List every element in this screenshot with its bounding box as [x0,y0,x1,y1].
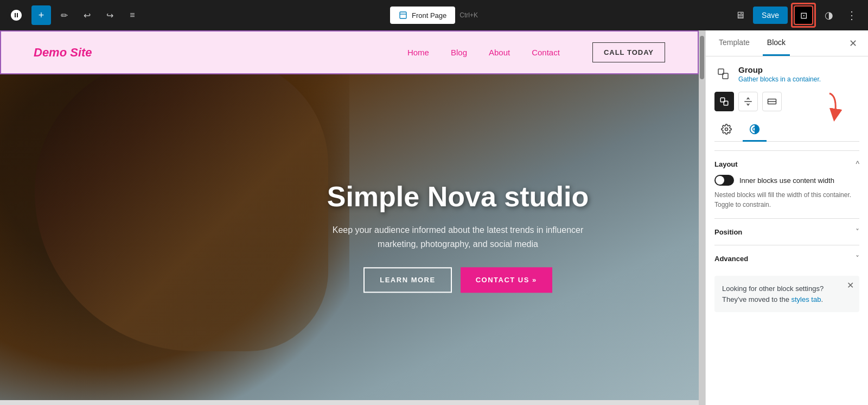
inner-blocks-toggle[interactable] [714,175,734,186]
scrollbar-thumb[interactable] [700,36,704,79]
front-page-button[interactable]: Front Page [390,7,455,24]
settings-tab-button[interactable] [714,118,738,142]
block-header: Group Gather blocks in a container. [714,65,859,83]
divider-1 [714,150,859,151]
site-nav: Home Blog About Contact [407,48,560,57]
settings-icon [721,124,732,135]
view-toggle-button[interactable]: ⊡ [794,5,813,25]
right-sidebar: Template Block ✕ Group Gather blocks in … [705,30,868,405]
toggle-row: Inner blocks use content width [714,175,859,186]
more-options-button[interactable]: ⋮ [842,5,861,25]
center-controls: Front Page Ctrl+K [390,7,478,24]
styles-icon [749,124,760,135]
list-view-button[interactable]: ≡ [123,5,142,25]
toggle-description: Nested blocks will fill the width of thi… [714,190,859,210]
website-preview: Demo Site Home Blog About Contact CALL T… [0,30,699,405]
site-header[interactable]: Demo Site Home Blog About Contact CALL T… [0,30,699,74]
tab-block[interactable]: Block [763,30,790,56]
block-description: Gather blocks in a container. [738,75,821,83]
nav-contact[interactable]: Contact [532,48,560,57]
wp-logo-button[interactable] [7,5,26,25]
group-style-icon [719,97,729,106]
front-page-label: Front Page [412,11,446,20]
advanced-chevron: ˅ [856,254,859,263]
hero-buttons: LEARN MORE CONTACT US » [322,268,593,293]
position-chevron: ˅ [856,227,859,236]
shortcut-label: Ctrl+K [459,11,478,19]
layout-section-header[interactable]: Layout ^ [714,153,859,175]
styles-tab-link[interactable]: styles tab [792,295,821,303]
toggle-label: Inner blocks use content width [739,176,834,185]
view-toggle-icon: ⊡ [800,10,807,21]
nav-blog[interactable]: Blog [451,48,467,57]
fullwidth-style-button[interactable] [762,92,782,111]
sidebar-content: Group Gather blocks in a container. [706,56,868,405]
block-icon [714,65,732,83]
learn-more-button[interactable]: LEARN MORE [363,268,451,293]
toolbar-right: 🖥 Save ⊡ ◑ ⋮ [730,3,861,28]
fullwidth-style-icon [767,97,777,106]
view-toggle-highlight: ⊡ [791,3,816,28]
divider-2 [714,218,859,219]
call-today-button[interactable]: CALL TODAY [592,42,665,62]
position-section-title: Position [714,228,742,236]
svg-rect-0 [400,12,406,18]
divider-3 [714,245,859,245]
notification-text: Looking for other block settings? They'v… [722,283,852,305]
contact-us-button[interactable]: CONTACT US » [461,268,552,293]
layout-chevron: ^ [856,160,859,168]
sidebar-close-button[interactable]: ✕ [847,35,859,52]
toolbar: + ✏ ↩ ↪ ≡ Front Page Ctrl+K 🖥 Save ⊡ ◑ ⋮ [0,0,868,30]
block-name: Group [738,65,821,74]
svg-point-9 [725,128,728,130]
block-info: Group Gather blocks in a container. [738,65,821,83]
hero-title: Simple Nova studio [322,181,593,212]
undo-button[interactable]: ↩ [77,5,97,25]
hero-content: Simple Nova studio Keep your audience in… [322,181,593,293]
device-preview-button[interactable]: 🖥 [730,5,750,25]
nav-about[interactable]: About [489,48,510,57]
tab-template[interactable]: Template [714,30,754,56]
main-area: Demo Site Home Blog About Contact CALL T… [0,30,868,405]
nav-home[interactable]: Home [407,48,429,57]
advanced-section-header[interactable]: Advanced ˅ [714,248,859,269]
canvas-area: Demo Site Home Blog About Contact CALL T… [0,30,705,405]
advanced-section-title: Advanced [714,255,748,263]
page-icon [399,11,407,20]
site-logo: Demo Site [34,46,92,60]
add-block-button[interactable]: + [31,5,51,25]
layout-section-title: Layout [714,160,738,168]
hero-subtitle: Keep your audience informed about the la… [322,224,593,251]
styles-tab-button[interactable] [743,118,767,142]
position-section-header[interactable]: Position ˅ [714,221,859,243]
align-style-icon [743,97,753,106]
hero-section: Simple Nova studio Keep your audience in… [0,74,699,400]
redo-button[interactable]: ↪ [100,5,119,25]
pen-button[interactable]: ✏ [54,5,74,25]
contrast-button[interactable]: ◑ [819,5,839,25]
notification-box: Looking for other block settings? They'v… [714,276,859,312]
red-arrow-svg [816,91,843,123]
group-style-button[interactable] [714,92,734,111]
hero-background: Simple Nova studio Keep your audience in… [0,74,699,400]
sidebar-header: Template Block ✕ [706,30,868,56]
scrollbar[interactable] [699,30,705,405]
align-style-button[interactable] [738,92,758,111]
group-block-icon [717,67,730,80]
notification-close-button[interactable]: ✕ [847,280,854,290]
red-arrow-annotation [816,91,843,125]
save-button[interactable]: Save [753,7,788,24]
